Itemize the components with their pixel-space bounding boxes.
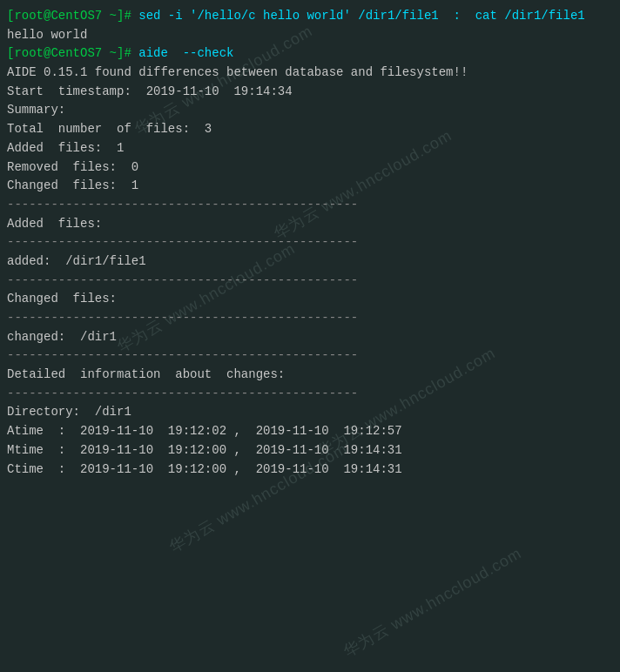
terminal-line: Added files: 1 [7, 139, 613, 158]
terminal-line: [root@CentOS7 ~]# sed -i '/hello/c hello… [7, 7, 613, 26]
terminal-line: Start timestamp: 2019-11-10 19:14:34 [7, 83, 613, 102]
terminal-line: ----------------------------------------… [7, 309, 613, 328]
terminal-line: [root@CentOS7 ~]# aide --check [7, 44, 613, 64]
terminal-line: ----------------------------------------… [7, 346, 613, 366]
terminal-line: ----------------------------------------… [7, 385, 613, 404]
terminal-line: Directory: /dir1 [7, 403, 613, 422]
terminal-line: AIDE 0.15.1 found differences between da… [7, 64, 613, 83]
prompt-text: [root@CentOS7 ~]# [7, 46, 138, 60]
terminal-line: Changed files: [7, 290, 613, 309]
terminal-line: changed: /dir1 [7, 328, 613, 347]
prompt-text: [root@CentOS7 ~]# [7, 9, 138, 23]
command-text: sed -i '/hello/c hello world' /dir1/file… [138, 9, 584, 23]
terminal-line: ----------------------------------------… [7, 196, 613, 215]
terminal-line: Ctime : 2019-11-10 19:12:00 , 2019-11-10… [7, 460, 613, 480]
terminal-line: ----------------------------------------… [7, 272, 613, 291]
terminal-line: added: /dir1/file1 [7, 252, 613, 272]
terminal-line: hello world [7, 26, 613, 45]
terminal: [root@CentOS7 ~]# sed -i '/hello/c hello… [0, 0, 620, 486]
terminal-line: Mtime : 2019-11-10 19:12:00 , 2019-11-10… [7, 441, 613, 460]
terminal-line: Changed files: 1 [7, 177, 613, 196]
command-text: aide --check [138, 46, 233, 60]
terminal-line: Atime : 2019-11-10 19:12:02 , 2019-11-10… [7, 422, 613, 441]
terminal-line: Total number of files: 3 [7, 120, 613, 139]
terminal-line: ----------------------------------------… [7, 233, 613, 252]
terminal-line: Detailed information about changes: [7, 366, 613, 385]
terminal-line: Removed files: 0 [7, 158, 613, 178]
watermark-6: 华为云 www.hnccloud.com [340, 542, 526, 662]
terminal-line: Summary: [7, 101, 613, 120]
terminal-line: Added files: [7, 215, 613, 234]
